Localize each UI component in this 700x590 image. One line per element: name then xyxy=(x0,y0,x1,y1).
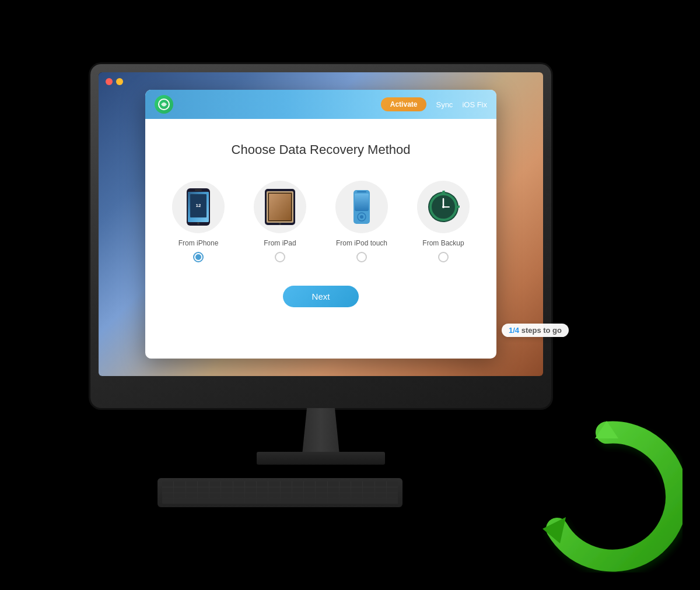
key xyxy=(162,482,173,487)
recycle-arrow xyxy=(531,421,682,573)
logo-icon xyxy=(158,98,170,111)
svg-point-19 xyxy=(360,215,363,219)
steps-text: steps to go xyxy=(519,326,562,335)
key xyxy=(268,498,279,504)
key xyxy=(233,498,244,504)
svg-text:12: 12 xyxy=(196,203,201,208)
key xyxy=(351,482,362,487)
key xyxy=(363,498,374,504)
key xyxy=(186,498,197,504)
key xyxy=(375,498,386,504)
scene: Activate Sync iOS Fix Choose Data Recove… xyxy=(0,0,700,590)
key xyxy=(174,498,185,504)
key xyxy=(304,493,315,498)
keyboard-keys xyxy=(162,482,398,504)
key xyxy=(340,498,351,504)
ipod-label: From iPod touch xyxy=(336,239,387,247)
svg-rect-20 xyxy=(357,191,366,192)
key xyxy=(375,493,386,498)
key xyxy=(304,498,315,504)
key xyxy=(363,482,374,487)
iphone-icon-container: 12 xyxy=(172,181,225,233)
svg-rect-4 xyxy=(195,189,202,191)
backup-icon xyxy=(427,191,460,223)
ios-fix-link[interactable]: iOS Fix xyxy=(462,100,487,109)
key xyxy=(304,487,315,493)
backup-option[interactable]: From Backup xyxy=(411,181,475,262)
keyboard xyxy=(158,478,402,507)
key xyxy=(340,487,351,493)
header-actions: Activate Sync iOS Fix xyxy=(381,97,487,111)
key xyxy=(174,493,185,498)
wallpaper: Activate Sync iOS Fix Choose Data Recove… xyxy=(99,72,543,376)
traffic-lights xyxy=(106,78,123,85)
iphone-option[interactable]: 12 From iPhone xyxy=(166,181,230,262)
key xyxy=(316,487,327,493)
ipad-icon xyxy=(263,188,297,226)
key xyxy=(316,498,327,504)
app-logo xyxy=(155,95,173,114)
key xyxy=(257,498,268,504)
key xyxy=(292,493,303,498)
key xyxy=(351,493,362,498)
key xyxy=(221,487,232,493)
backup-radio[interactable] xyxy=(438,252,449,262)
key xyxy=(209,487,220,493)
key xyxy=(221,493,232,498)
key xyxy=(268,482,279,487)
key xyxy=(198,487,209,493)
key xyxy=(209,493,220,498)
key xyxy=(375,482,386,487)
ipad-icon-container xyxy=(254,181,306,233)
key xyxy=(281,487,292,493)
key xyxy=(292,487,303,493)
key xyxy=(281,482,292,487)
key xyxy=(198,493,209,498)
ipod-radio[interactable] xyxy=(356,252,367,262)
iphone-label: From iPhone xyxy=(178,239,219,247)
key xyxy=(198,498,209,504)
key xyxy=(221,498,232,504)
key xyxy=(186,487,197,493)
activate-button[interactable]: Activate xyxy=(381,97,427,111)
minimize-button[interactable] xyxy=(116,78,123,85)
key xyxy=(268,493,279,498)
key xyxy=(363,487,374,493)
app-header: Activate Sync iOS Fix xyxy=(145,90,496,119)
key xyxy=(387,493,398,498)
key xyxy=(281,498,292,504)
key xyxy=(233,482,244,487)
monitor: Activate Sync iOS Fix Choose Data Recove… xyxy=(90,64,551,408)
svg-rect-13 xyxy=(269,194,291,220)
backup-label: From Backup xyxy=(422,239,464,247)
key xyxy=(328,487,339,493)
iphone-icon: 12 xyxy=(184,187,212,227)
key xyxy=(257,487,268,493)
key xyxy=(198,482,209,487)
close-button[interactable] xyxy=(106,78,113,85)
monitor-stand-base xyxy=(257,452,385,465)
key xyxy=(387,498,398,504)
key xyxy=(174,482,185,487)
key xyxy=(328,493,339,498)
svg-rect-17 xyxy=(355,194,369,211)
next-button[interactable]: Next xyxy=(283,286,359,307)
iphone-radio[interactable] xyxy=(193,252,204,262)
key xyxy=(387,487,398,493)
key xyxy=(245,482,256,487)
key xyxy=(363,493,374,498)
key xyxy=(162,493,173,498)
key xyxy=(292,482,303,487)
key xyxy=(340,482,351,487)
ipad-radio[interactable] xyxy=(275,252,285,262)
key xyxy=(316,493,327,498)
sync-link[interactable]: Sync xyxy=(436,100,453,109)
ipad-option[interactable]: From iPad xyxy=(248,181,312,262)
key xyxy=(257,493,268,498)
ipod-icon-container xyxy=(335,181,388,233)
ipod-option[interactable]: From iPod touch xyxy=(330,181,394,262)
monitor-stand-neck xyxy=(298,408,344,455)
recycle-arrow-svg xyxy=(531,421,682,573)
recovery-options: 12 From iPhone xyxy=(163,181,479,262)
key xyxy=(162,498,173,504)
